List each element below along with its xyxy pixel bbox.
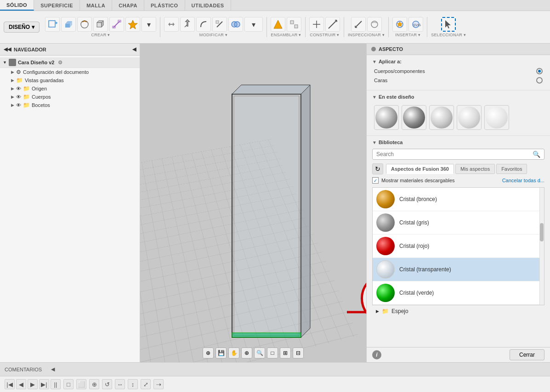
lib-tab-favoritos[interactable]: Favoritos (496, 164, 527, 174)
cancel-downloads-link[interactable]: Cancelar todas d... (502, 178, 544, 183)
search-input[interactable] (376, 151, 531, 157)
material-list-scrollbar[interactable] (539, 188, 544, 305)
tab-solido[interactable]: SÓLIDO (0, 0, 34, 11)
tool-free[interactable]: ⤢ (141, 379, 151, 389)
construir-axis[interactable] (325, 17, 340, 32)
tab-malla[interactable]: MALLA (80, 0, 112, 11)
eye-icon-bocetos[interactable]: 👁 (16, 102, 21, 108)
tool-rotate[interactable]: ↺ (102, 379, 112, 389)
navigator-collapse-icon[interactable]: ◀◀ (4, 46, 11, 52)
scrollbar-thumb[interactable] (540, 223, 544, 241)
tool-select-shape[interactable]: ⬜ (76, 379, 86, 389)
radio-caras[interactable] (536, 77, 543, 84)
gear-icon: ⚙ (16, 69, 21, 75)
nav-arrow-vistas: ▶ (11, 78, 14, 83)
material-row-gray[interactable]: Cristal (gris) (373, 211, 544, 235)
thumb-chrome[interactable] (402, 105, 426, 130)
material-row-red[interactable]: Cristal (rojo) (373, 235, 544, 258)
info-icon[interactable]: i (372, 350, 381, 359)
playback-start[interactable]: |◀ (5, 379, 15, 389)
playback-next[interactable]: ▶| (39, 379, 49, 389)
tab-superficie[interactable]: SUPERFICIE (34, 0, 80, 11)
nav-item-bocetos[interactable]: ▶ 👁 📁 Bocetos (0, 101, 140, 109)
vp-section-btn[interactable]: ⊟ (293, 347, 304, 358)
nav-root-item[interactable]: ▼ Cara Diseño v2 ⚙ (0, 57, 140, 68)
crear-box[interactable] (93, 17, 108, 32)
library-refresh-button[interactable]: ↻ (372, 163, 383, 174)
tool-scale-y[interactable]: ↕ (128, 379, 138, 389)
lib-tab-mis-aspectos[interactable]: Mis aspectos (455, 164, 495, 174)
nav-item-origen[interactable]: ▶ 👁 📁 Origen (0, 84, 140, 93)
navigator-expand-icon[interactable]: ◀ (132, 46, 136, 52)
seleccionar-btn[interactable] (441, 17, 456, 32)
vp-pan-btn[interactable]: ✋ (228, 347, 239, 358)
insertar-decal[interactable] (392, 17, 407, 32)
thumb-white2[interactable] (484, 105, 509, 130)
tab-plastico[interactable]: PLÁSTICO (144, 0, 185, 11)
thumb-gray[interactable] (429, 105, 454, 130)
tab-utilidades[interactable]: UTILIDADES (185, 0, 231, 11)
svg-line-24 (355, 21, 362, 28)
vp-grid-btn[interactable]: ⊞ (280, 347, 291, 358)
nav-root-settings-icon[interactable]: ⚙ (58, 60, 62, 66)
crear-extrude[interactable] (61, 17, 76, 32)
tab-chapa[interactable]: CHAPA (112, 0, 144, 11)
modificar-dropdown[interactable]: ▾ (244, 17, 263, 32)
crear-revolve[interactable] (77, 17, 92, 32)
design-button[interactable]: DISEÑO ▾ (4, 22, 40, 33)
vp-display-btn[interactable]: □ (267, 347, 278, 358)
mod-combine[interactable] (228, 17, 243, 32)
eye-icon-origen[interactable]: 👁 (16, 86, 21, 91)
vp-joint-btn[interactable]: ⊕ (203, 347, 214, 358)
crear-loft[interactable] (109, 17, 124, 32)
playback-end[interactable]: || (51, 379, 61, 389)
inspeccionar-measure[interactable] (351, 17, 366, 32)
vp-save-btn[interactable]: 💾 (215, 347, 227, 358)
tool-extra[interactable]: ⇢ (153, 379, 164, 389)
nav-item-vistas[interactable]: ▶ 📁 Vistas guardadas (0, 76, 140, 84)
tool-move[interactable]: ⊕ (89, 379, 99, 389)
svg-rect-35 (234, 96, 299, 336)
crear-special[interactable] (125, 17, 140, 32)
espejo-item[interactable]: ▶ 📁 Espejo (372, 305, 544, 317)
lib-tab-fusion360[interactable]: Aspectos de Fusion 360 (386, 164, 454, 174)
main-content: ◀◀ NAVEGADOR ◀ ▼ Cara Diseño v2 ⚙ ▶ ⚙ Co… (0, 44, 550, 362)
comments-expand-icon[interactable]: ◀ (51, 366, 55, 372)
insertar-svg[interactable]: SVG (408, 17, 423, 32)
right-panel: ASPECTO ▼ Aplicar a: Cuerpos/componentes… (366, 44, 550, 362)
material-row-transparent[interactable]: Cristal (transparente) (373, 258, 544, 281)
construir-plane[interactable] (309, 17, 324, 32)
tool-scale-x[interactable]: ↔ (115, 379, 125, 389)
inspeccionar-zebra[interactable] (367, 17, 382, 32)
ensamblar-joint[interactable] (271, 17, 285, 32)
ensamblar-rigid[interactable] (287, 17, 301, 32)
vp-fit-btn[interactable]: 🔍 (254, 347, 265, 358)
svg-rect-17 (290, 21, 294, 24)
radio-cuerpos[interactable] (536, 68, 543, 74)
crear-dropdown[interactable]: ▾ (142, 17, 156, 32)
crear-new-body[interactable] (45, 17, 60, 32)
nav-item-cuerpos[interactable]: ▶ 👁 📁 Cuerpos (0, 93, 140, 101)
mod-move[interactable] (164, 17, 179, 32)
material-row-green[interactable]: Cristal (verde) (373, 281, 544, 305)
thumb-silver[interactable] (374, 105, 399, 130)
mod-push-pull[interactable] (180, 17, 195, 32)
mod-chamfer[interactable] (212, 17, 227, 32)
material-row-bronze[interactable]: Cristal (bronce) (373, 188, 544, 211)
viewport[interactable]: 5 ⊕ 💾 ✋ ⊕ 🔍 □ ⊞ ⊟ (140, 44, 366, 362)
right-panel-footer: i Cerrar (367, 347, 550, 362)
nav-item-config[interactable]: ▶ ⚙ Configuración del documento (0, 68, 140, 76)
search-bar[interactable]: 🔍 (372, 149, 544, 160)
eye-icon-cuerpos[interactable]: 👁 (16, 94, 21, 100)
close-button[interactable]: Cerrar (510, 349, 544, 360)
playback-play[interactable]: ▶ (28, 379, 38, 389)
download-checkbox[interactable]: ✓ (372, 177, 379, 184)
playback-prev[interactable]: ◀ (16, 379, 26, 389)
mod-fillet[interactable] (196, 17, 211, 32)
navigator-title: NAVEGADOR (14, 47, 46, 52)
vp-zoom-btn[interactable]: ⊕ (241, 347, 252, 358)
tool-select-rect[interactable]: □ (63, 379, 74, 389)
material-list: Cristal (bronce) Cristal (gris) Cristal … (372, 187, 544, 305)
thumb-white[interactable] (457, 105, 482, 130)
ball-bronze (376, 190, 395, 208)
